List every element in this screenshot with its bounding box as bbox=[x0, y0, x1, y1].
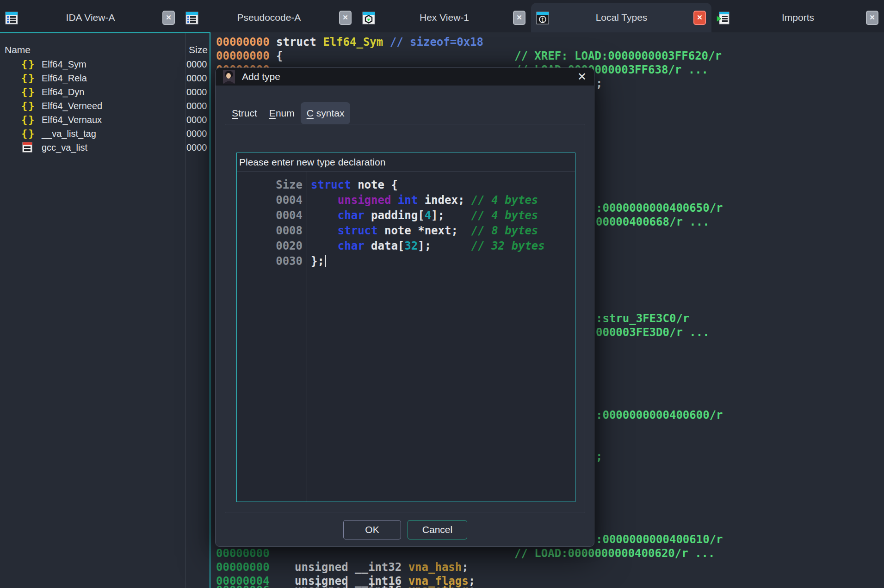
svg-text:t: t bbox=[542, 16, 544, 23]
code-line-fragment: 00000000 { bbox=[216, 49, 283, 63]
tab-close-icon[interactable]: ✕ bbox=[513, 11, 525, 25]
code-line-fragment: unsigned __int16 vna_other; bbox=[295, 583, 475, 588]
column-header-size[interactable]: Size bbox=[189, 44, 208, 55]
local-type-row[interactable]: {}Elf64_Rela0000 bbox=[0, 71, 210, 85]
editor-code-line[interactable]: 0004 char padding[4]; // 4 bytes bbox=[237, 208, 575, 223]
code-line-fragment: ; bbox=[596, 450, 602, 464]
editor-code-line[interactable]: 0020 char data[32]; // 32 bytes bbox=[237, 239, 575, 254]
size-gutter-cell: 0004 bbox=[237, 193, 303, 208]
type-size: 0000 bbox=[186, 141, 207, 154]
code-line-fragment: 00000006 bbox=[216, 583, 270, 588]
local-types-window-icon: t bbox=[536, 10, 550, 25]
dialog-tab-c-syntax[interactable]: C syntax bbox=[301, 102, 351, 124]
code-text: struct note *next; // 8 bytes bbox=[311, 223, 538, 239]
size-gutter-cell: 0004 bbox=[237, 208, 303, 223]
hex-window-icon bbox=[362, 10, 376, 25]
size-gutter-cell: Size bbox=[237, 178, 303, 193]
tab-close-icon[interactable]: ✕ bbox=[693, 11, 706, 25]
type-name: Elf64_Rela bbox=[42, 71, 87, 85]
type-size: 0000 bbox=[186, 127, 207, 141]
size-gutter-cell: 0008 bbox=[237, 223, 303, 239]
code-line-fragment: :stru_3FE3C0/r bbox=[596, 312, 689, 325]
size-gutter-cell: 0030 bbox=[237, 254, 303, 269]
tab-pseudocode-a[interactable]: Pseudocode-A✕ bbox=[180, 3, 357, 32]
typedef-icon bbox=[21, 141, 35, 153]
code-line-fragment: :0000000000400650/r bbox=[596, 201, 723, 215]
editor-code-line[interactable]: 0030}; bbox=[237, 254, 575, 269]
tab-label: Imports bbox=[730, 12, 866, 23]
type-size: 0000 bbox=[186, 99, 207, 113]
code-line-fragment: 00000400668/r ... bbox=[596, 215, 710, 229]
code-line-fragment: :0000000000400610/r bbox=[596, 533, 723, 546]
code-text: char padding[4]; // 4 bytes bbox=[311, 208, 538, 223]
listing-window-icon bbox=[5, 10, 19, 25]
tab-label: IDA View-A bbox=[19, 12, 162, 23]
code-line-fragment: 000003FE3D0/r ... bbox=[596, 325, 710, 339]
local-type-row[interactable]: {}Elf64_Sym0000 bbox=[0, 57, 210, 71]
tab-close-icon[interactable]: ✕ bbox=[339, 11, 352, 25]
editor-prompt: Please enter new type declaration bbox=[237, 153, 575, 172]
type-size: 0000 bbox=[186, 57, 207, 71]
local-type-row[interactable]: {}__va_list_tag0000 bbox=[0, 127, 210, 141]
tab-label: Local Types bbox=[550, 12, 693, 23]
local-type-row[interactable]: {}Elf64_Dyn0000 bbox=[0, 85, 210, 99]
type-size: 0000 bbox=[186, 113, 207, 127]
tab-label: Hex View-1 bbox=[376, 12, 513, 23]
text-caret bbox=[325, 255, 326, 267]
editor-code-line[interactable]: Sizestruct note { bbox=[237, 178, 575, 193]
type-name: Elf64_Dyn bbox=[42, 85, 84, 99]
code-line-fragment: // LOAD:0000000000400620/r ... bbox=[514, 546, 715, 560]
struct-braces-icon: {} bbox=[21, 128, 35, 140]
code-line-fragment: 00000000 struct Elf64_Sym // sizeof=0x18 bbox=[216, 35, 483, 49]
dialog-tab-enum[interactable]: Enum bbox=[263, 102, 301, 124]
type-declaration-editor[interactable]: Please enter new type declaration Sizest… bbox=[236, 153, 575, 502]
local-type-row[interactable]: gcc_va_list0000 bbox=[0, 141, 210, 154]
dialog-title-bar[interactable]: Add type ✕ bbox=[216, 68, 594, 86]
dialog-tab-bar: StructEnumC syntax bbox=[226, 102, 350, 124]
ida-portrait-icon bbox=[223, 70, 235, 84]
struct-braces-icon: {} bbox=[21, 86, 35, 98]
column-header-name[interactable]: Name bbox=[5, 44, 31, 55]
type-name: Elf64_Verneed bbox=[42, 99, 102, 113]
listing-window-icon bbox=[185, 10, 199, 25]
local-type-row[interactable]: {}Elf64_Vernaux0000 bbox=[0, 113, 210, 127]
ok-button[interactable]: OK bbox=[343, 520, 401, 539]
add-type-dialog: Add type ✕ StructEnumC syntax Please ent… bbox=[215, 67, 594, 547]
struct-braces-icon: {} bbox=[21, 114, 35, 126]
code-line-fragment: 00000000 bbox=[216, 560, 270, 574]
dialog-close-icon[interactable]: ✕ bbox=[577, 70, 587, 83]
code-text: struct note { bbox=[311, 178, 398, 193]
tab-hex-view-1[interactable]: Hex View-1✕ bbox=[357, 3, 531, 32]
cancel-button[interactable]: Cancel bbox=[408, 520, 467, 539]
code-text: char data[32]; // 32 bytes bbox=[311, 239, 545, 254]
tab-imports[interactable]: Imports✕ bbox=[711, 3, 884, 32]
struct-braces-icon: {} bbox=[21, 100, 35, 112]
struct-braces-icon: {} bbox=[21, 58, 35, 70]
tab-local-types[interactable]: tLocal Types✕ bbox=[531, 3, 711, 32]
dialog-title: Add type bbox=[242, 71, 280, 82]
type-name: gcc_va_list bbox=[42, 141, 87, 154]
code-text: unsigned int index; // 4 bytes bbox=[311, 193, 538, 208]
local-type-row[interactable]: {}Elf64_Verneed0000 bbox=[0, 99, 210, 113]
code-text: }; bbox=[311, 254, 326, 269]
dialog-tab-struct[interactable]: Struct bbox=[226, 102, 263, 124]
tab-label: Pseudocode-A bbox=[199, 12, 339, 23]
type-size: 0000 bbox=[186, 71, 207, 85]
size-gutter-cell: 0020 bbox=[237, 239, 303, 254]
tab-close-icon[interactable]: ✕ bbox=[162, 11, 175, 25]
editor-code-line[interactable]: 0008 struct note *next; // 8 bytes bbox=[237, 223, 575, 239]
struct-braces-icon: {} bbox=[21, 72, 35, 84]
tab-close-icon[interactable]: ✕ bbox=[866, 11, 878, 25]
editor-code-line[interactable]: 0004 unsigned int index; // 4 bytes bbox=[237, 193, 575, 208]
local-types-panel: Name Size {}Elf64_Sym0000{}Elf64_Rela000… bbox=[0, 32, 210, 588]
type-name: Elf64_Vernaux bbox=[42, 113, 102, 127]
type-name: __va_list_tag bbox=[42, 127, 96, 141]
code-line-fragment: unsigned __int32 vna_hash; bbox=[295, 560, 469, 574]
code-line-fragment: :0000000000400600/r bbox=[596, 408, 723, 422]
code-line-fragment: 00000000 bbox=[216, 546, 270, 560]
type-size: 0000 bbox=[186, 85, 207, 99]
code-line-fragment: ; bbox=[596, 77, 602, 91]
imports-window-icon bbox=[716, 10, 730, 25]
code-line-fragment: // XREF: LOAD:0000000003FF620/r bbox=[514, 49, 722, 63]
tab-ida-view-a[interactable]: IDA View-A✕ bbox=[0, 3, 180, 32]
